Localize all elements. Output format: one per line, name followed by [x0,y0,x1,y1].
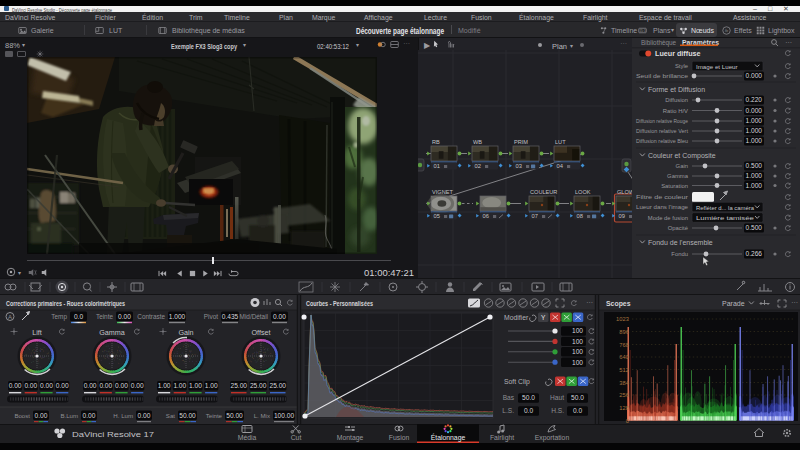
svg-text:0.000: 0.000 [745,107,762,114]
svg-text:Étalonnage: Étalonnage [431,433,466,442]
svg-text:LUT: LUT [555,139,566,145]
svg-text:Lueur diffuse: Lueur diffuse [655,49,701,58]
svg-text:Image et Lueur: Image et Lueur [696,63,738,70]
svg-text:Boost: Boost [14,412,30,419]
svg-text:0.00: 0.00 [99,382,112,389]
svg-text:50.00: 50.00 [179,412,196,419]
svg-text:Teinte: Teinte [96,313,113,320]
svg-text:Bas: Bas [503,394,515,401]
svg-text:06: 06 [483,213,489,219]
svg-text:0.266: 0.266 [745,250,762,257]
svg-text:0.500: 0.500 [745,224,762,231]
svg-text:1.000: 1.000 [169,313,186,320]
svg-text:Parade: Parade [722,300,745,307]
svg-text:Contraste: Contraste [137,313,165,320]
svg-text:1.000: 1.000 [745,182,762,189]
svg-text:Mid/Détail: Mid/Détail [240,313,268,320]
svg-text:Exemple FX3 Slog3 copy: Exemple FX3 Slog3 copy [171,42,237,51]
svg-text:Filtre de couleur: Filtre de couleur [636,194,688,200]
svg-text:Teinte: Teinte [206,412,223,419]
svg-text:02:40:53:12: 02:40:53:12 [317,42,349,51]
svg-text:Média: Média [238,434,257,441]
svg-text:100: 100 [572,338,583,345]
svg-text:Courbes - Personnalisées: Courbes - Personnalisées [306,300,373,307]
svg-text:L. Mix: L. Mix [254,412,270,419]
svg-text:VIGNET: VIGNET [432,189,453,195]
svg-text:Gamma: Gamma [99,328,125,337]
svg-text:⋯: ⋯ [785,39,792,46]
svg-text:fx: fx [725,28,729,33]
svg-text:1.00: 1.00 [189,382,202,389]
svg-text:Temp: Temp [51,313,67,321]
svg-text:PRIM: PRIM [514,139,528,145]
svg-text:Lueur dans l'image: Lueur dans l'image [636,204,689,210]
svg-text:0.00: 0.00 [9,382,22,389]
svg-text:Saturation: Saturation [661,183,688,189]
svg-text:0.00: 0.00 [131,382,144,389]
svg-text:50.0: 50.0 [522,394,535,401]
svg-text:Pivot: Pivot [204,313,218,320]
svg-text:Découverte page étalonnage: Découverte page étalonnage [356,26,444,36]
svg-text:0.0: 0.0 [74,313,83,320]
svg-text:09: 09 [619,213,625,219]
svg-text:DaVinci Resolve 17: DaVinci Resolve 17 [72,430,154,439]
svg-text:Diffusion relative Rouge: Diffusion relative Rouge [636,118,689,124]
svg-text:0.00: 0.00 [118,313,131,320]
svg-text:0.00: 0.00 [84,382,97,389]
svg-text:Lift: Lift [32,328,42,337]
svg-text:LOOK: LOOK [575,189,591,195]
svg-text:0.435: 0.435 [222,313,239,320]
svg-text:Y: Y [541,314,546,321]
svg-text:Lumière tamisée: Lumière tamisée [696,214,755,221]
svg-text:15:1: 15:1 [639,29,646,33]
svg-text:1.000: 1.000 [745,172,762,179]
svg-text:⋯: ⋯ [791,299,798,306]
svg-text:0.0: 0.0 [573,407,582,414]
svg-text:Fondu: Fondu [671,251,688,257]
svg-text:H.S.: H.S. [551,407,564,414]
svg-text:1.000: 1.000 [745,127,762,134]
svg-text:896: 896 [619,329,629,335]
svg-text:0.500: 0.500 [745,162,762,169]
svg-text:0.00: 0.00 [35,412,48,419]
svg-text:Couleur et Composite: Couleur et Composite [648,152,716,160]
svg-text:Scopes: Scopes [606,300,631,308]
svg-text:L.S.: L.S. [502,407,514,414]
svg-text:0.220: 0.220 [745,96,762,103]
svg-text:Fondu de l'ensemble: Fondu de l'ensemble [648,239,713,246]
svg-text:Fairlight: Fairlight [490,434,514,442]
svg-text:Diffusion relative Vert: Diffusion relative Vert [636,128,688,134]
svg-text:H. Lum: H. Lum [113,412,133,419]
svg-text:0.000: 0.000 [745,72,762,79]
svg-text:05: 05 [434,213,440,219]
svg-text:0.00: 0.00 [273,313,286,320]
svg-text:Diffusion: Diffusion [665,97,688,103]
svg-text:100: 100 [572,327,583,334]
svg-text:25.00: 25.00 [231,382,248,389]
svg-text:COULEUR: COULEUR [530,189,557,195]
svg-text:0: 0 [626,418,629,424]
svg-text:1.000: 1.000 [745,117,762,124]
svg-text:GLOW: GLOW [617,189,632,195]
svg-text:RB: RB [432,139,440,145]
svg-text:256: 256 [619,392,629,398]
svg-text:100: 100 [572,359,583,366]
svg-text:Mode de fusion: Mode de fusion [648,215,688,221]
svg-text:640: 640 [619,354,629,360]
svg-text:01: 01 [434,163,440,169]
svg-text:⋯: ⋯ [586,299,593,306]
svg-text:Refléter d... la caméra: Refléter d... la caméra [696,204,755,211]
svg-text:100: 100 [572,348,583,355]
svg-text:08: 08 [577,213,583,219]
svg-text:Sat: Sat [166,412,175,419]
svg-text:1.00: 1.00 [173,382,186,389]
svg-text:50.0: 50.0 [571,394,584,401]
svg-text:Cut: Cut [291,434,302,441]
svg-text:384: 384 [619,380,629,386]
svg-text:25.00: 25.00 [250,382,267,389]
svg-text:0.0: 0.0 [524,407,533,414]
svg-text:Gamma: Gamma [667,173,689,179]
svg-text:B.Lum: B.Lum [60,412,78,419]
svg-text:Corrections primaires - Roues: Corrections primaires - Roues colorimétr… [6,300,125,308]
svg-text:07: 07 [532,213,538,219]
